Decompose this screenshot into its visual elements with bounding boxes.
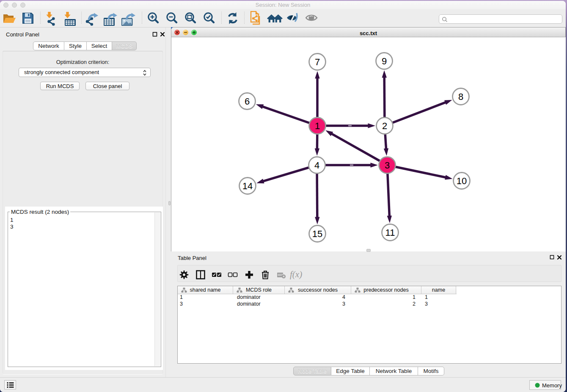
svg-text:8: 8 xyxy=(458,91,463,102)
svg-text:15: 15 xyxy=(312,229,322,239)
svg-text:10: 10 xyxy=(457,176,467,186)
svg-text:4: 4 xyxy=(314,160,319,171)
svg-text:6: 6 xyxy=(245,96,250,107)
svg-text:1: 1 xyxy=(315,121,320,131)
svg-text:9: 9 xyxy=(382,56,387,66)
svg-text:7: 7 xyxy=(315,57,320,67)
svg-text:2: 2 xyxy=(382,121,387,131)
svg-text:11: 11 xyxy=(385,227,395,238)
svg-text:3: 3 xyxy=(385,160,390,171)
svg-text:14: 14 xyxy=(242,181,253,191)
